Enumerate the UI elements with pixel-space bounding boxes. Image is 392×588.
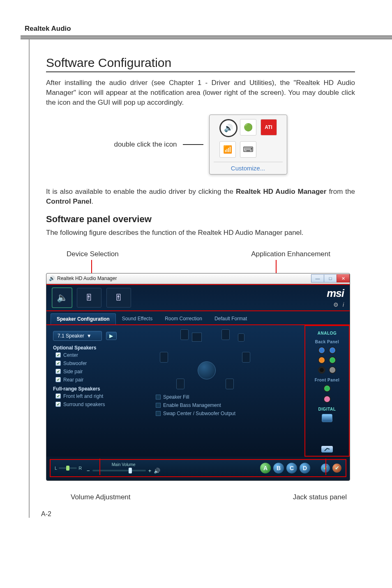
device-thumb-2[interactable]: 🎚: [77, 288, 101, 308]
device-thumb-speakers[interactable]: 🔈: [52, 288, 72, 308]
chk-front-lr[interactable]: ✔Front left and right: [55, 393, 143, 399]
tab-default-format[interactable]: Default Format: [208, 313, 253, 324]
tab-room-correction[interactable]: Room Correction: [159, 313, 208, 324]
stage-speaker[interactable]: [242, 352, 250, 363]
header-rule: [21, 35, 392, 39]
connector-icon: [324, 447, 330, 451]
jack-green[interactable]: [329, 356, 336, 364]
vol-minus-icon[interactable]: −: [87, 468, 90, 474]
brand-block: msi ⚙ i: [327, 287, 344, 308]
page-number: A-2: [41, 510, 51, 518]
gear-icon[interactable]: ⚙: [333, 301, 339, 308]
arrow-line: [183, 144, 203, 145]
back-panel-label: Back Panel: [315, 340, 339, 344]
main-volume-thumb[interactable]: [129, 468, 132, 473]
overview-desc: The following figure describes the funct…: [46, 228, 355, 238]
chk-center[interactable]: ✔Center: [55, 352, 143, 358]
jack-front-pink[interactable]: [323, 395, 331, 403]
main-volume-track[interactable]: [92, 470, 146, 471]
jack-grey[interactable]: [329, 366, 336, 374]
vol-plus-icon[interactable]: +: [148, 468, 152, 474]
ati-tray-icon[interactable]: ATI: [261, 119, 277, 136]
stage-speaker[interactable]: [180, 329, 189, 340]
badge-c[interactable]: C: [286, 463, 297, 473]
optional-speakers-label: Optional Speakers: [53, 345, 143, 351]
digital-label: DIGITAL: [318, 407, 336, 411]
speaker-mode-dropdown[interactable]: 7.1 Speaker ▼: [53, 331, 102, 341]
volume-bar: L R Main Volume − + 🔊 A: [50, 459, 346, 477]
stage-speaker[interactable]: [221, 329, 230, 340]
callout-device-label: Device Selection: [67, 250, 119, 258]
chk-front-lr-label: Front left and right: [63, 393, 103, 399]
chk-speaker-fill[interactable]: Speaker Fill: [156, 394, 298, 400]
jack-black[interactable]: [318, 366, 325, 374]
chk-swap-center[interactable]: Swap Center / Subwoofer Output: [156, 411, 298, 416]
window-close-button[interactable]: ✕: [337, 274, 350, 283]
jack-blue[interactable]: [329, 347, 336, 354]
intro-paragraph: After installing the audio driver (see C…: [46, 78, 355, 107]
digital-jack[interactable]: [322, 414, 332, 422]
badge-check-2[interactable]: ✔: [332, 464, 341, 473]
jack-front-green[interactable]: [323, 385, 331, 392]
tray-icon-4[interactable]: 📶: [219, 141, 236, 158]
badge-b[interactable]: B: [273, 463, 284, 473]
badge-d[interactable]: D: [300, 463, 310, 473]
tray-icon-2[interactable]: 🟢: [240, 119, 256, 136]
stage-speaker[interactable]: [160, 352, 168, 363]
speaker-layout-visual: [160, 329, 250, 391]
customize-link[interactable]: Customize...: [214, 162, 283, 172]
window-title: Realtek HD Audio Manager: [57, 276, 117, 281]
left-pane: 7.1 Speaker ▼ ▶ Optional Speakers ✔Cente…: [46, 325, 304, 457]
chk-side-label: Side pair: [63, 369, 83, 374]
chk-bass-label: Enable Bass Management: [163, 402, 221, 408]
window-minimize-button[interactable]: —: [311, 274, 324, 283]
callout-volume-adjustment: Volume Adjustment: [71, 493, 131, 501]
enable-text-bold2: Control Panel: [46, 198, 92, 205]
callout-line: [99, 459, 100, 475]
enable-text-mid: from the: [326, 188, 355, 195]
chk-center-label: Center: [63, 352, 78, 358]
front-panel-label: Front Panel: [315, 378, 340, 382]
realtek-manager-figure: 🔊 Realtek HD Audio Manager — □ ✕ 🔈 🎚 🎚: [46, 273, 350, 481]
info-icon[interactable]: i: [343, 301, 344, 308]
chk-swap-label: Swap Center / Subwoofer Output: [163, 411, 235, 416]
window-maximize-button[interactable]: □: [324, 274, 337, 283]
enable-paragraph: It is also available to enable the audio…: [46, 187, 355, 207]
titlebar-icon: 🔊: [49, 276, 55, 281]
chk-rear-pair[interactable]: ✔Rear pair: [55, 377, 143, 383]
connector-settings-button[interactable]: [321, 446, 333, 452]
chk-bass-mgmt[interactable]: Enable Bass Management: [156, 402, 298, 408]
tab-row: Speaker Configuration Sound Effects Room…: [46, 311, 350, 325]
stage-speaker[interactable]: [176, 379, 184, 389]
badge-a[interactable]: A: [260, 463, 271, 473]
mute-icon[interactable]: 🔊: [154, 468, 160, 474]
realtek-tray-icon[interactable]: 🔊: [219, 119, 238, 137]
tab-sound-effects[interactable]: Sound Effects: [116, 313, 159, 324]
device-thumb-3[interactable]: 🎚: [106, 288, 131, 308]
enable-text-post: .: [92, 198, 94, 205]
enhancement-badges: A B C D ✔ ✔: [260, 463, 341, 473]
analog-label: ANALOG: [318, 331, 337, 335]
chk-side-pair[interactable]: ✔Side pair: [55, 369, 143, 374]
stage-speaker[interactable]: [238, 333, 244, 342]
jack-orange[interactable]: [318, 356, 325, 364]
jack-blue[interactable]: [318, 347, 325, 354]
tray-icon-5[interactable]: ⌨: [240, 141, 256, 158]
section-title: Software Configuration: [46, 56, 355, 72]
balance-slider[interactable]: L R: [55, 466, 82, 471]
enable-text-pre: It is also available to enable the audio…: [46, 188, 236, 195]
chk-rear-label: Rear pair: [63, 377, 83, 383]
fullrange-label: Full-range Speakers: [53, 386, 143, 392]
brand-logo: msi: [327, 287, 344, 300]
chk-surround[interactable]: ✔Surround speakers: [55, 402, 143, 407]
stage-center-box[interactable]: [192, 333, 202, 342]
chk-subwoofer[interactable]: ✔Subwoofer: [55, 361, 143, 366]
speaker-mode-value: 7.1 Speaker: [58, 333, 84, 339]
tab-speaker-configuration[interactable]: Speaker Configuration: [51, 313, 116, 324]
product-header: Realtek Audio: [25, 25, 371, 33]
stage-listener-icon: [198, 361, 216, 379]
play-test-button[interactable]: ▶: [106, 332, 117, 340]
balance-thumb[interactable]: [66, 466, 69, 471]
stage-speaker[interactable]: [226, 379, 234, 389]
chevron-down-icon: ▼: [87, 333, 92, 339]
